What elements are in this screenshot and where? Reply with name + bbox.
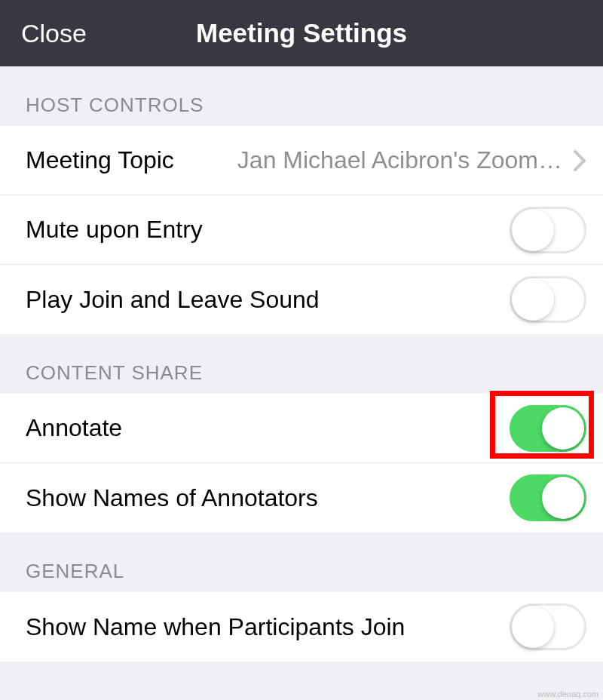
row-show-name-join: Show Name when Participants Join [0, 592, 603, 662]
label-annotate: Annotate [26, 414, 122, 442]
label-play-join-leave: Play Join and Leave Sound [26, 286, 320, 314]
toggle-show-annotators[interactable] [510, 474, 586, 521]
row-meeting-topic[interactable]: Meeting Topic Jan Michael Acibron's Zoom… [0, 126, 603, 195]
watermark: www.deuaq.com [537, 689, 598, 698]
close-button[interactable]: Close [21, 19, 87, 48]
toggle-show-name-join[interactable] [510, 603, 586, 650]
chevron-right-icon [573, 149, 586, 172]
row-play-join-leave: Play Join and Leave Sound [0, 265, 603, 334]
section-header-general: GENERAL [0, 533, 603, 592]
label-mute-upon-entry: Mute upon Entry [26, 216, 203, 244]
row-show-annotators: Show Names of Annotators [0, 463, 603, 533]
row-mute-upon-entry: Mute upon Entry [0, 195, 603, 265]
navbar: Close Meeting Settings [0, 0, 603, 66]
section-header-host-controls: HOST CONTROLS [0, 66, 603, 126]
row-annotate: Annotate [0, 394, 603, 463]
value-meeting-topic: Jan Michael Acibron's Zoom… [237, 146, 567, 174]
page-title: Meeting Settings [196, 18, 407, 48]
label-show-name-join: Show Name when Participants Join [26, 613, 405, 641]
toggle-mute-upon-entry[interactable] [510, 207, 586, 253]
toggle-annotate[interactable] [510, 405, 586, 452]
label-show-annotators: Show Names of Annotators [26, 484, 318, 512]
section-header-content-share: CONTENT SHARE [0, 334, 603, 394]
label-meeting-topic: Meeting Topic [26, 146, 174, 174]
toggle-play-join-leave[interactable] [510, 276, 586, 323]
